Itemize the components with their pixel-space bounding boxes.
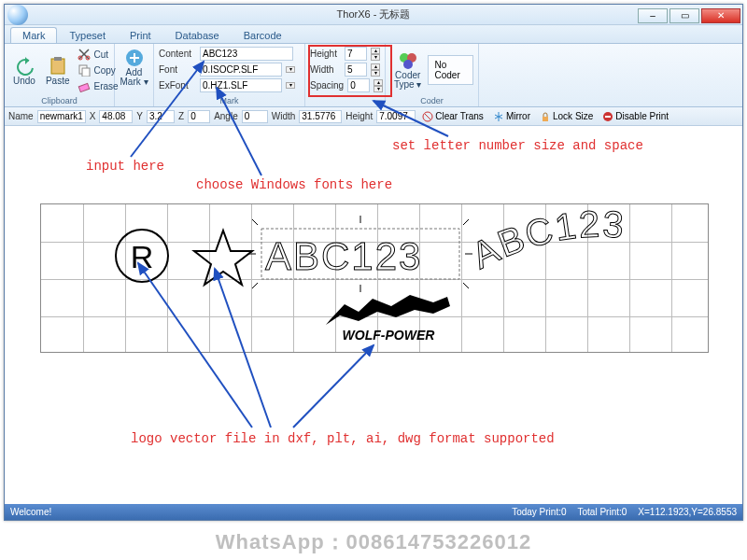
add-mark-icon [124,48,145,68]
lock-icon [540,111,551,122]
svg-rect-0 [51,59,64,74]
mirror-icon [493,111,504,122]
pheight-label: Height [345,111,373,121]
add-mark-button[interactable]: Add Mark ▾ [120,46,148,89]
status-coords: X=112.1923,Y=26.8553 [638,507,737,517]
pwidth-field[interactable] [299,110,342,123]
copy-button[interactable]: Copy [76,63,120,77]
mirror-button[interactable]: Mirror [490,111,533,122]
grid-area: R ABC123 ABC123 [40,203,709,353]
text-object-selected[interactable]: ABC123 [248,216,472,292]
paste-button[interactable]: Paste [42,53,74,88]
coder-icon [398,50,418,71]
spacing-spinner[interactable]: ▴▾ [374,79,383,92]
tab-mark[interactable]: Mark [10,27,57,43]
svg-point-10 [403,60,413,69]
status-today: Today Print:0 [512,507,566,517]
svg-text:R: R [131,239,154,274]
app-menu-orb[interactable] [7,5,28,25]
group-mark-text: Content Font▾ ExFont▾ Mark [154,44,305,106]
tab-typeset[interactable]: Typeset [57,27,118,43]
width-input[interactable] [345,63,367,77]
logo-object[interactable]: WOLF-POWER [326,295,450,343]
coder-type-button[interactable]: Coder Type ▾ [390,49,425,91]
exfont-label: ExFont [159,80,196,91]
y-label: Y [136,111,143,121]
star-symbol[interactable] [194,231,252,285]
height-label: Height [310,49,341,59]
group-coder: Coder Type ▾ No Coder Coder [386,44,479,106]
tab-print[interactable]: Print [118,27,163,43]
canvas-objects: R ABC123 ABC123 [41,204,710,354]
svg-rect-5 [82,68,90,77]
titlebar: ThorX6 - 无标题 – ▭ ✕ [5,5,742,25]
content-input[interactable] [200,47,293,61]
status-welcome: Welcome! [10,507,51,517]
watermark-text: WhatsApp：008614753226012 [0,528,747,556]
group-clipboard: Undo Paste Cut Copy Erase Clipboard [5,44,115,106]
height-input[interactable] [345,47,367,61]
pwidth-label: Width [272,111,296,121]
copy-icon [78,63,91,77]
lock-size-button[interactable]: Lock Size [537,111,596,122]
undo-button[interactable]: Undo [9,53,39,88]
pheight-field[interactable] [376,110,416,123]
disable-print-icon [602,111,613,122]
x-field[interactable] [99,110,133,123]
svg-text:WOLF-POWER: WOLF-POWER [343,328,436,343]
design-canvas[interactable]: R ABC123 ABC123 [12,127,735,503]
clear-trans-button[interactable]: Clear Trans [419,111,486,122]
angle-label: Angle [214,111,238,121]
spacing-input[interactable] [347,78,370,92]
x-label: X [90,111,96,121]
no-coder-button[interactable]: No Coder [428,55,473,85]
tab-barcode[interactable]: Barcode [232,27,294,43]
z-field[interactable] [188,110,210,123]
paste-icon [48,55,68,76]
cut-button[interactable]: Cut [76,47,120,62]
width-label: Width [310,64,341,75]
status-total: Total Print:0 [578,507,627,517]
font-dropdown[interactable]: ▾ [286,66,295,73]
status-bar: Welcome! Today Print:0 Total Print:0 X=1… [5,504,742,520]
svg-rect-1 [54,57,62,61]
disable-print-button[interactable]: Disable Print [599,111,671,122]
height-spinner[interactable]: ▴▾ [371,48,380,61]
font-input[interactable] [200,63,282,77]
erase-icon [78,79,91,92]
ribbon-tabs: Mark Typeset Print Database Barcode [5,25,742,44]
group-addmark: Add Mark ▾ [115,44,154,106]
close-button[interactable]: ✕ [701,8,740,23]
width-spinner[interactable]: ▴▾ [371,63,380,77]
app-window: ThorX6 - 无标题 – ▭ ✕ Mark Typeset Print Da… [4,4,743,521]
undo-icon [14,55,35,76]
registered-symbol[interactable]: R [116,230,168,282]
svg-rect-12 [543,117,548,121]
chevron-down-icon: ▾ [286,66,295,73]
minimize-button[interactable]: – [638,8,668,23]
svg-text:ABC123: ABC123 [465,204,627,276]
y-field[interactable] [147,110,175,123]
svg-text:ABC123: ABC123 [265,234,422,278]
ribbon: Undo Paste Cut Copy Erase Clipboard Add … [5,44,742,107]
group-mark-size: Height▴▾ Width▴▾ Spacing▴▾ [305,44,386,106]
name-field[interactable] [37,110,86,123]
name-label: Name [8,111,34,121]
exfont-input[interactable] [200,78,282,92]
exfont-dropdown[interactable]: ▾ [286,82,295,89]
window-title: ThorX6 - 无标题 [337,7,411,21]
content-label: Content [159,49,196,59]
maximize-button[interactable]: ▭ [669,8,699,23]
property-bar: Name X Y Z Angle Width Height Clear Tran… [5,107,742,126]
clear-trans-icon [422,111,433,122]
cut-icon [78,48,91,61]
svg-rect-6 [79,83,90,91]
angle-field[interactable] [242,110,268,123]
tab-database[interactable]: Database [163,27,232,43]
erase-button[interactable]: Erase [76,78,120,93]
window-buttons: – ▭ ✕ [638,7,742,23]
chevron-down-icon: ▾ [286,82,295,89]
spacing-label: Spacing [310,80,344,91]
z-label: Z [178,111,184,121]
text-object-arc[interactable]: ABC123 [465,204,685,276]
